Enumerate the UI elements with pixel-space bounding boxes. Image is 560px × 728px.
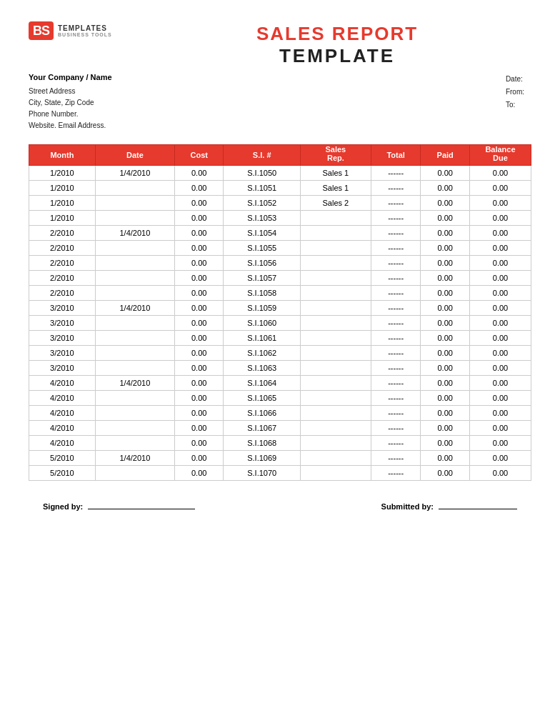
table-cell: 0.00 bbox=[421, 166, 470, 181]
table-row: 1/20100.00S.I.1052Sales 2------0.000.00 bbox=[29, 196, 531, 211]
table-cell: ------ bbox=[371, 271, 421, 286]
table-cell: 0.00 bbox=[469, 391, 531, 406]
table-row: 3/20100.00S.I.1061------0.000.00 bbox=[29, 331, 531, 346]
table-cell: 2/2010 bbox=[29, 226, 96, 241]
table-row: 2/20100.00S.I.1058------0.000.00 bbox=[29, 286, 531, 301]
table-cell: 0.00 bbox=[469, 166, 531, 181]
table-cell: 0.00 bbox=[421, 436, 470, 451]
table-cell bbox=[95, 406, 174, 421]
page-header: BS TEMPLATES BUSINESS TOOLS SALES REPORT… bbox=[29, 21, 531, 67]
table-cell bbox=[95, 436, 174, 451]
table-cell: 0.00 bbox=[421, 211, 470, 226]
table-cell bbox=[95, 256, 174, 271]
table-cell: 0.00 bbox=[174, 421, 224, 436]
table-cell: 2/2010 bbox=[29, 256, 96, 271]
table-cell: 0.00 bbox=[469, 316, 531, 331]
table-header-row: Month Date Cost S.I. # Sales Rep. Total … bbox=[29, 145, 531, 166]
table-cell: 1/4/2010 bbox=[95, 226, 174, 241]
table-cell: 0.00 bbox=[421, 241, 470, 256]
table-cell: ------ bbox=[371, 466, 421, 481]
logo-line2: BUSINESS TOOLS bbox=[58, 32, 112, 37]
table-cell: Sales 1 bbox=[300, 181, 371, 196]
table-cell: S.I.1060 bbox=[224, 316, 300, 331]
table-cell: S.I.1051 bbox=[224, 181, 300, 196]
table-cell: 0.00 bbox=[174, 166, 224, 181]
table-cell: ------ bbox=[371, 316, 421, 331]
to-label: To: bbox=[506, 99, 524, 111]
table-cell: 0.00 bbox=[421, 466, 470, 481]
company-left: Your Company / Name Street Address City,… bbox=[29, 73, 112, 131]
table-cell bbox=[95, 196, 174, 211]
report-title-area: SALES REPORT TEMPLATE bbox=[143, 21, 531, 67]
table-cell: ------ bbox=[371, 256, 421, 271]
table-cell bbox=[300, 211, 371, 226]
table-cell: 3/2010 bbox=[29, 331, 96, 346]
table-cell: 0.00 bbox=[174, 271, 224, 286]
table-cell bbox=[95, 421, 174, 436]
table-cell: ------ bbox=[371, 226, 421, 241]
table-cell: 4/2010 bbox=[29, 391, 96, 406]
col-header-cost: Cost bbox=[174, 145, 224, 166]
table-cell bbox=[95, 241, 174, 256]
table-cell bbox=[95, 391, 174, 406]
table-cell: 0.00 bbox=[174, 256, 224, 271]
table-cell bbox=[300, 361, 371, 376]
table-cell: S.I.1067 bbox=[224, 421, 300, 436]
table-cell: 0.00 bbox=[174, 466, 224, 481]
table-cell: 0.00 bbox=[469, 406, 531, 421]
table-cell: 0.00 bbox=[421, 391, 470, 406]
table-cell: ------ bbox=[371, 391, 421, 406]
table-cell: 0.00 bbox=[469, 451, 531, 466]
table-cell bbox=[300, 316, 371, 331]
table-cell: 0.00 bbox=[421, 421, 470, 436]
table-cell: ------ bbox=[371, 181, 421, 196]
table-cell: 0.00 bbox=[174, 226, 224, 241]
table-cell: 1/4/2010 bbox=[95, 166, 174, 181]
table-cell: 1/4/2010 bbox=[95, 301, 174, 316]
table-row: 1/20100.00S.I.1051Sales 1------0.000.00 bbox=[29, 181, 531, 196]
table-cell bbox=[95, 211, 174, 226]
table-cell: ------ bbox=[371, 166, 421, 181]
table-row: 4/20100.00S.I.1067------0.000.00 bbox=[29, 421, 531, 436]
signed-by-line bbox=[88, 509, 195, 509]
table-cell bbox=[300, 346, 371, 361]
submitted-by-section: Submitted by: bbox=[381, 502, 517, 511]
table-cell: S.I.1053 bbox=[224, 211, 300, 226]
table-cell bbox=[300, 406, 371, 421]
table-cell bbox=[300, 376, 371, 391]
table-cell: 0.00 bbox=[174, 361, 224, 376]
table-cell: 0.00 bbox=[421, 226, 470, 241]
date-label: Date: bbox=[506, 73, 524, 86]
table-cell: S.I.1059 bbox=[224, 301, 300, 316]
table-cell bbox=[95, 316, 174, 331]
table-cell: 1/2010 bbox=[29, 196, 96, 211]
table-cell bbox=[300, 301, 371, 316]
table-cell: ------ bbox=[371, 241, 421, 256]
table-cell: ------ bbox=[371, 376, 421, 391]
address-line1: Street Address bbox=[29, 86, 112, 97]
table-cell bbox=[300, 391, 371, 406]
table-cell: Sales 2 bbox=[300, 196, 371, 211]
table-cell: 0.00 bbox=[421, 361, 470, 376]
table-cell: 3/2010 bbox=[29, 361, 96, 376]
logo-icon: BS bbox=[29, 21, 54, 40]
footer-signatures: Signed by: Submitted by: bbox=[29, 502, 531, 511]
table-cell: ------ bbox=[371, 196, 421, 211]
table-cell: 0.00 bbox=[174, 436, 224, 451]
table-cell: S.I.1058 bbox=[224, 286, 300, 301]
logo-line1: TEMPLATES bbox=[58, 24, 112, 32]
table-cell: 0.00 bbox=[174, 451, 224, 466]
company-right: Date: From: To: bbox=[506, 73, 531, 131]
from-label: From: bbox=[506, 86, 524, 99]
table-cell: S.I.1070 bbox=[224, 466, 300, 481]
table-row: 4/20100.00S.I.1068------0.000.00 bbox=[29, 436, 531, 451]
table-cell: 0.00 bbox=[469, 211, 531, 226]
table-cell: 0.00 bbox=[469, 286, 531, 301]
table-cell: 0.00 bbox=[469, 436, 531, 451]
table-cell: ------ bbox=[371, 436, 421, 451]
table-cell: 0.00 bbox=[174, 286, 224, 301]
table-cell: 0.00 bbox=[421, 271, 470, 286]
table-row: 2/20101/4/20100.00S.I.1054------0.000.00 bbox=[29, 226, 531, 241]
table-cell: 0.00 bbox=[174, 241, 224, 256]
table-cell: S.I.1055 bbox=[224, 241, 300, 256]
